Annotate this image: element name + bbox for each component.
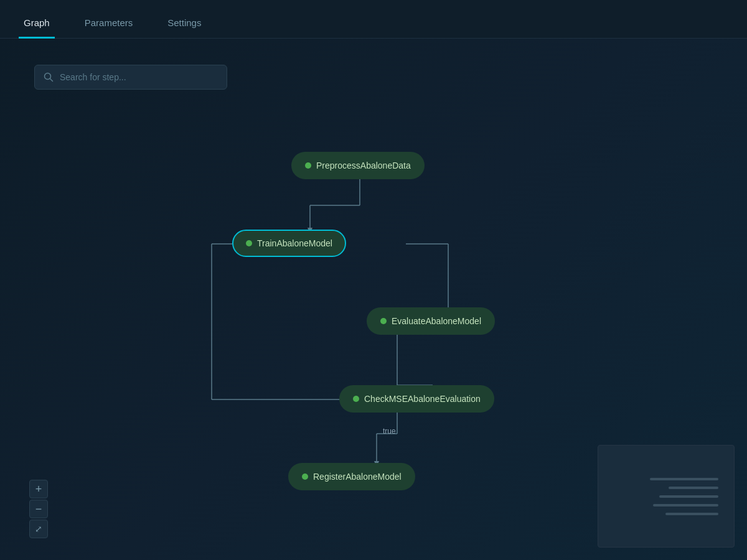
- node-status-dot: [302, 474, 308, 480]
- node-status-dot: [246, 240, 252, 246]
- fit-view-button[interactable]: ⤢: [29, 520, 48, 538]
- tab-settings[interactable]: Settings: [162, 9, 206, 39]
- node-status-dot: [305, 162, 311, 169]
- node-check[interactable]: CheckMSEAbaloneEvaluation: [339, 385, 494, 413]
- tab-graph[interactable]: Graph: [19, 9, 55, 39]
- node-status-dot: [353, 396, 359, 402]
- node-status-dot: [380, 318, 387, 324]
- node-evaluate[interactable]: EvaluateAbaloneModel: [367, 307, 495, 335]
- zoom-controls: + − ⤢: [29, 480, 48, 538]
- node-train[interactable]: TrainAbaloneModel: [232, 230, 346, 257]
- minimap-line: [669, 487, 718, 489]
- minimap-line: [665, 513, 718, 515]
- search-input[interactable]: [60, 72, 218, 82]
- search-icon: [44, 72, 54, 82]
- search-bar[interactable]: [34, 65, 227, 90]
- minimap-line: [659, 495, 718, 498]
- zoom-in-button[interactable]: +: [29, 480, 48, 498]
- zoom-out-button[interactable]: −: [29, 500, 48, 518]
- svg-line-1: [50, 79, 53, 82]
- graph-canvas-area: true PreprocessAbaloneData TrainAbaloneM…: [0, 39, 747, 560]
- tab-parameters[interactable]: Parameters: [80, 9, 138, 39]
- minimap-line: [653, 504, 718, 506]
- minimap: [598, 445, 735, 548]
- node-preprocess[interactable]: PreprocessAbaloneData: [291, 152, 425, 179]
- minimap-line: [650, 478, 718, 480]
- edge-label-true: true: [383, 427, 396, 436]
- node-register[interactable]: RegisterAbaloneModel: [288, 463, 415, 490]
- tab-bar: Graph Parameters Settings: [0, 0, 747, 39]
